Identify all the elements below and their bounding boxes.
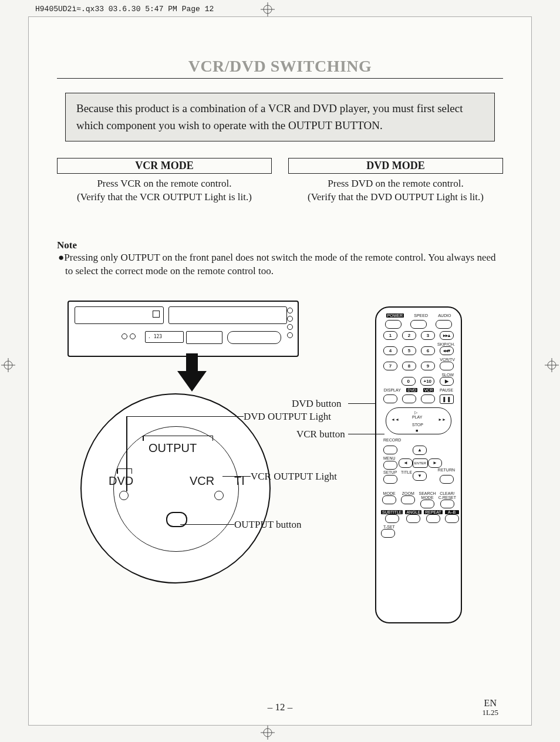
remote-label-mode: MODE bbox=[381, 491, 397, 495]
remote-mode-button bbox=[382, 495, 396, 504]
remote-key-7: 7 bbox=[383, 362, 397, 370]
remote-key-3: 3 bbox=[421, 331, 435, 340]
remote-play-icon: ▷ bbox=[414, 410, 417, 415]
callout-output-button: OUTPUT button bbox=[234, 519, 301, 531]
remote-label-power: POWER bbox=[386, 313, 404, 318]
remote-transport-ring: ▷ PLAY ◄◄ ►► STOP ■ bbox=[386, 407, 451, 434]
remote-zoom-button bbox=[401, 495, 415, 504]
vcr-output-light bbox=[214, 491, 224, 500]
remote-subtitle-button bbox=[385, 514, 399, 523]
intro-box: Because this product is a combination of… bbox=[65, 93, 495, 141]
remote-label-dvd: DVD bbox=[406, 388, 417, 392]
note-body: ●Pressing only OUTPUT on the front panel… bbox=[57, 251, 503, 278]
eject-icon bbox=[153, 311, 160, 318]
vcr-mode-head: VCR MODE bbox=[57, 158, 272, 174]
note-heading: Note bbox=[57, 240, 503, 251]
callout-line bbox=[372, 434, 384, 435]
dvd-mode-block: DVD MODE Press DVD on the remote control… bbox=[288, 158, 503, 204]
output-label: OUTPUT bbox=[149, 441, 197, 455]
remote-label-subtitle: SUBTITLE bbox=[381, 510, 403, 514]
magnifier-circle: OUTPUT DVD VCR TI bbox=[80, 393, 271, 584]
dvd-mode-line1: Press DVD on the remote control. bbox=[288, 177, 503, 191]
print-header: H9405UD2ì≈.qx33 03.6.30 5:47 PM Page 12 bbox=[35, 5, 214, 14]
crop-mark-icon bbox=[545, 358, 559, 372]
vcr-mode-block: VCR MODE Press VCR on the remote control… bbox=[57, 158, 272, 204]
remote-searchmode-button bbox=[420, 500, 434, 508]
remote-clear-button bbox=[440, 500, 454, 508]
remote-key-9: 9 bbox=[421, 362, 435, 370]
remote-vcrtv-button bbox=[440, 362, 454, 370]
remote-up-button: ▲ bbox=[413, 446, 427, 455]
remote-angle-button bbox=[406, 514, 420, 523]
dvd-bracket bbox=[117, 468, 132, 474]
remote-label-pause: PAUSE bbox=[440, 388, 453, 392]
remote-key-plus10: +10 bbox=[420, 377, 434, 386]
callout-line bbox=[126, 416, 244, 417]
page-title: VCR/DVD SWITCHING bbox=[57, 57, 503, 76]
remote-label-searchmode: SEARCH MODE bbox=[419, 491, 436, 500]
unit-side-jacks bbox=[287, 308, 293, 340]
remote-display-button bbox=[383, 394, 397, 403]
dvd-mode-head: DVD MODE bbox=[288, 158, 503, 174]
page-number: – 12 – bbox=[29, 701, 531, 713]
modes-row: VCR MODE Press VCR on the remote control… bbox=[57, 158, 503, 204]
callout-line bbox=[365, 403, 375, 404]
vcr-mode-line2: (Verify that the VCR OUTPUT Light is lit… bbox=[57, 191, 272, 204]
dvd-mode-line2: (Verify that the DVD OUTPUT Light is lit… bbox=[288, 191, 503, 204]
remote-down-button: ▼ bbox=[413, 471, 427, 481]
remote-label-play: PLAY bbox=[412, 415, 422, 419]
remote-repeat-button bbox=[426, 514, 440, 523]
remote-key-6: 6 bbox=[421, 346, 435, 355]
remote-label-record: RECORD bbox=[381, 438, 456, 442]
remote-key-4: 4 bbox=[383, 346, 397, 355]
remote-tset-button bbox=[381, 529, 395, 538]
remote-record-button bbox=[383, 446, 397, 454]
remote-power-button bbox=[385, 320, 402, 329]
remote-label-clear: CLEAR/ C.RESET bbox=[438, 491, 456, 500]
remote-label-ab: A–B bbox=[445, 510, 459, 514]
remote-return-button bbox=[440, 475, 454, 484]
remote-setup-button bbox=[383, 475, 397, 484]
unit-lights-group bbox=[186, 331, 222, 344]
remote-label-setup: SETUP bbox=[383, 470, 397, 474]
remote-ab-button bbox=[445, 514, 459, 523]
remote-label-title: TITLE bbox=[401, 470, 412, 474]
footer-code: 1L25 bbox=[483, 709, 498, 717]
remote-label-slow: SLOW bbox=[381, 373, 456, 377]
footer-lang: EN bbox=[483, 698, 498, 709]
remote-label-skipch: SKIP/CH. bbox=[381, 342, 456, 346]
callout-vcr-light: VCR OUTPUT Light bbox=[251, 471, 337, 483]
remote-blank-area bbox=[381, 540, 456, 581]
remote-label-tset: T-SET bbox=[381, 525, 456, 529]
callout-line bbox=[126, 416, 127, 491]
remote-stop-icon: ■ bbox=[416, 429, 418, 433]
remote-left-button: ◄ bbox=[399, 458, 413, 468]
remote-label-menu: MENU bbox=[383, 456, 396, 460]
callout-vcr-button: VCR button bbox=[296, 429, 345, 440]
dvd-output-light bbox=[119, 491, 129, 500]
remote-key-1: 1 bbox=[383, 331, 397, 340]
combo-unit-illustration: . 123 bbox=[68, 301, 299, 357]
remote-rew-icon: ◄◄ bbox=[391, 417, 399, 421]
remote-key-2: 2 bbox=[402, 331, 416, 340]
page-frame: VCR/DVD SWITCHING Because this product i… bbox=[28, 16, 532, 726]
crop-mark-icon bbox=[261, 2, 275, 16]
callout-dvd-light: DVD OUTPUT Light bbox=[244, 411, 331, 423]
remote-key-0: 0 bbox=[402, 377, 416, 386]
callout-line bbox=[222, 476, 251, 477]
remote-label-zoom: ZOOM bbox=[400, 491, 416, 495]
remote-label-display: DISPLAY bbox=[384, 388, 401, 392]
diagram-area: . 123 OUTPUT DVD VCR TI DVD button DVD O… bbox=[57, 295, 503, 635]
remote-key-8: 8 bbox=[402, 362, 416, 370]
callout-dvd-button: DVD button bbox=[292, 398, 342, 410]
remote-menu-button bbox=[383, 461, 397, 470]
callout-line bbox=[180, 524, 234, 525]
front-knobs-icon bbox=[122, 331, 139, 342]
arrow-down-icon bbox=[174, 353, 210, 394]
output-bracket bbox=[143, 436, 213, 441]
remote-dpad: ▲ MENU ◄ ENTER ► RETURN SETUP TITLE ▼ bbox=[381, 444, 456, 491]
vhs-slot-icon bbox=[168, 306, 287, 324]
title-rule bbox=[57, 78, 503, 79]
footer-right: EN 1L25 bbox=[483, 698, 498, 717]
crop-mark-icon bbox=[1, 358, 15, 372]
